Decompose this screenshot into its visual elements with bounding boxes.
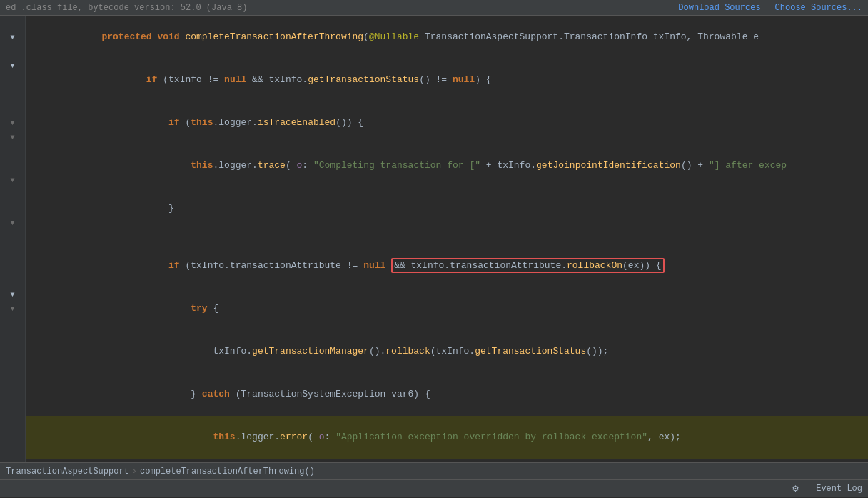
code-line-highlight: if (txInfo.transactionAttribute != null …	[26, 244, 868, 287]
settings-icon[interactable]: ⚙	[792, 482, 798, 494]
code-line: protected void completeTransactionAfterT…	[26, 16, 868, 59]
fold-arrow-1[interactable]: ▼	[0, 30, 26, 44]
code-line: }	[26, 187, 868, 230]
code-container[interactable]: protected void completeTransactionAfterT…	[26, 16, 868, 462]
code-line: if (txInfo != null && txInfo.getTransact…	[26, 59, 868, 101]
fold-arrow-8[interactable]: ▼	[0, 302, 26, 316]
breadcrumb-class: TransactionAspectSupport	[6, 467, 129, 477]
fold-arrow-3[interactable]: ▼	[0, 116, 26, 130]
fold-arrow-2[interactable]: ▼	[0, 59, 26, 73]
file-info: ed .class file, bytecode version: 52.0 (…	[6, 3, 247, 13]
code-line: try {	[26, 287, 868, 330]
fold-arrow-7[interactable]: ▼	[0, 287, 26, 302]
code-line	[26, 230, 868, 244]
code-line-yellow: this.logger.error( o: "Application excep…	[26, 416, 868, 459]
breadcrumb-method: completeTransactionAfterThrowing()	[140, 467, 315, 477]
fold-arrow-5[interactable]: ▼	[0, 173, 26, 187]
event-log-label[interactable]: Event Log	[816, 484, 862, 494]
breadcrumb: TransactionAspectSupport › completeTrans…	[6, 467, 862, 477]
minimize-icon[interactable]: —	[804, 483, 810, 494]
editor-area: ▼ ▼ ▼ ▼ ▼ ▼ ▼ ▼ protected void completeT…	[0, 16, 868, 462]
code-line: this.logger.trace( o: "Completing transa…	[26, 144, 868, 187]
code-line: var6.initApplicationException(ex);	[26, 459, 868, 462]
download-sources-link[interactable]: Download Sources	[678, 3, 760, 13]
gutter: ▼ ▼ ▼ ▼ ▼ ▼ ▼ ▼	[0, 16, 26, 462]
breadcrumb-separator: ›	[132, 467, 137, 477]
fold-arrow-4[interactable]: ▼	[0, 130, 26, 144]
code-line: if (this.logger.isTraceEnabled()) {	[26, 101, 868, 144]
fold-arrow-6[interactable]: ▼	[0, 216, 26, 230]
bottom-bar: ⚙ — Event Log	[0, 479, 868, 497]
code-line: } catch (TransactionSystemException var6…	[26, 373, 868, 416]
code-line: txInfo.getTransactionManager().rollback(…	[26, 330, 868, 373]
status-bar: TransactionAspectSupport › completeTrans…	[0, 462, 868, 479]
top-bar: ed .class file, bytecode version: 52.0 (…	[0, 0, 868, 16]
choose-sources-link[interactable]: Choose Sources...	[775, 3, 862, 13]
